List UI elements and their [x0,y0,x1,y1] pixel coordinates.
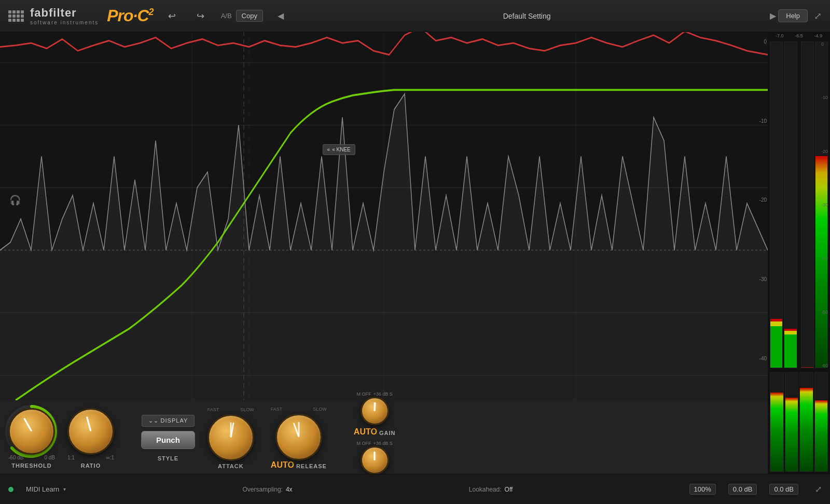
product-title: Pro·C2 [107,6,153,25]
threshold-min: -60 dB [8,455,23,460]
waveform-svg [0,0,768,400]
knob-row: -60 dB 0 dB THRESHOLD 1:1 ∞:1 RATIO ⌄⌄ D… [8,404,759,472]
graph-area: « « KNEE 🎧 0 -10 -20 -30 -40 [0,0,768,400]
auto-gain-knob[interactable] [361,397,389,425]
db-30: -30 [821,202,828,207]
threshold-label: THRESHOLD [11,463,51,469]
db-10: -10 [821,95,828,100]
lookahead-status-value[interactable]: Off [505,486,513,493]
attack-label: ATTACK [218,463,244,469]
db-60: -60 [821,363,828,368]
next-preset-button[interactable]: ▶ [768,9,778,23]
expand-button[interactable]: ⤢ [814,10,822,22]
vu-label-3: -4.9 [814,33,823,38]
copy-button[interactable]: Copy [236,10,263,22]
threshold-group: -60 dB 0 dB THRESHOLD [8,408,55,469]
gain-min: M OFF [356,391,371,397]
lookahead-status-label: Lookahead: [469,486,502,493]
headphone-icon[interactable]: 🎧 [9,194,21,206]
ratio-range: 1:1 ∞:1 [67,455,114,460]
vu-bar-l2 [784,41,797,368]
gr-meter-2 [785,372,799,472]
undo-button[interactable]: ↩ [164,8,180,24]
resize-handle[interactable]: ⤢ [815,484,822,494]
punch-button[interactable]: Punch [141,431,195,449]
vu-label-1: -7.0 [776,33,784,38]
midi-dropdown-arrow: ▾ [63,486,66,492]
gain-reduction-meters [768,370,830,474]
gain-range-labels: M OFF +36 dB S [356,391,392,397]
db-scale-right: 0 -10 -20 -30 -40 -50 -60 [822,39,829,370]
gain-max: +36 dB S [373,391,392,397]
status-indicator [8,487,13,492]
attack-fast: FAST [208,407,219,412]
db-20: -20 [821,149,828,154]
knee-handle[interactable]: « « KNEE [323,144,355,155]
ab-label: A/B [221,12,232,20]
release-fast: FAST [271,407,283,412]
midi-learn-button[interactable]: MIDI Learn ▾ [26,485,66,493]
display-button[interactable]: ⌄⌄ DISPLAY [142,415,195,427]
db-40: -40 [821,256,828,261]
lookahead-item: Lookahead: Off [469,486,513,493]
status-bar: MIDI Learn ▾ Oversampling: 4x Lookahead:… [0,474,830,504]
ratio-max: ∞:1 [106,455,114,460]
gr-meter-4 [814,372,828,472]
release-auto-label-row: AUTO RELEASE [271,460,327,470]
preset-section: Default Setting [298,12,755,20]
prev-preset-button[interactable]: ◀ [275,9,286,23]
attack-knob[interactable] [208,414,254,461]
oversampling-item: Oversampling: 4x [243,486,293,493]
dry-knob[interactable] [361,446,389,474]
ratio-group: 1:1 ∞:1 RATIO [67,408,114,469]
ratio-label: RATIO [81,463,101,469]
oversampling-value[interactable]: 4x [286,486,293,493]
style-label: STYLE [158,455,178,461]
db-reading-1: 0.0 dB [728,484,757,495]
toolbar-center: ↩ ↪ A/B Copy ◀ Default Setting ▶ [164,8,779,24]
threshold-max: 0 dB [44,455,55,460]
gr-meter-3 [799,372,813,472]
vu-bars-container: 0 -10 -20 -30 -40 -50 -60 [768,39,830,370]
brand-sub: software instruments [30,20,99,25]
redo-button[interactable]: ↪ [192,8,209,24]
threshold-knob[interactable] [8,408,55,455]
auto-gain-label: GAIN [379,430,396,436]
release-slow: SLOW [313,407,327,412]
logo-area: fabfilter software instruments [30,6,99,25]
vu-top-labels: -7.0 -6.5 -4.9 [768,32,830,39]
db-reading-2: 0.0 dB [769,484,798,495]
knee-label: « KNEE [332,147,351,152]
dry-range-labels: M OFF +36 dB S [356,441,392,446]
release-auto: AUTO [271,460,294,470]
vu-bar-l1 [770,41,783,368]
attack-group: FAST SLOW ATTACK [208,407,254,469]
vu-bar-r1 [801,41,814,368]
fabfilter-logo-grid [8,10,24,22]
vu-label-2: -6.5 [795,33,803,38]
release-label: RELEASE [296,463,327,469]
attack-slow: SLOW [240,407,254,412]
gr-meter-1 [770,372,784,472]
auto-gain-label-row: AUTO GAIN [354,427,396,437]
threshold-range: -60 dB 0 dB [8,455,55,460]
oversampling-label: Oversampling: [243,486,283,493]
ratio-min: 1:1 [67,455,75,460]
attack-fast-slow: FAST SLOW [208,407,254,412]
product-name: Pro·C2 [107,6,153,25]
vu-column-left [770,41,797,368]
ratio-knob[interactable] [67,408,114,455]
release-fast-slow: FAST SLOW [271,407,327,412]
knee-arrows: « [327,147,330,152]
title-bar: fabfilter software instruments Pro·C2 ↩ … [0,0,830,32]
auto-gain-group: M OFF +36 dB S AUTO GAIN M OFF +36 dB S … [354,391,396,485]
brand-name: fabfilter [30,6,99,20]
release-group: FAST SLOW AUTO RELEASE [271,407,327,470]
release-knob[interactable] [275,414,322,460]
dry-min: M OFF [356,441,371,446]
ab-section: A/B Copy [221,10,263,22]
db-0: 0 [821,41,828,47]
help-button[interactable]: Help [778,9,808,22]
zoom-level[interactable]: 100% [689,484,716,495]
vu-meters-panel: -7.0 -6.5 -4.9 0 -10 -20 -30 [768,32,830,474]
